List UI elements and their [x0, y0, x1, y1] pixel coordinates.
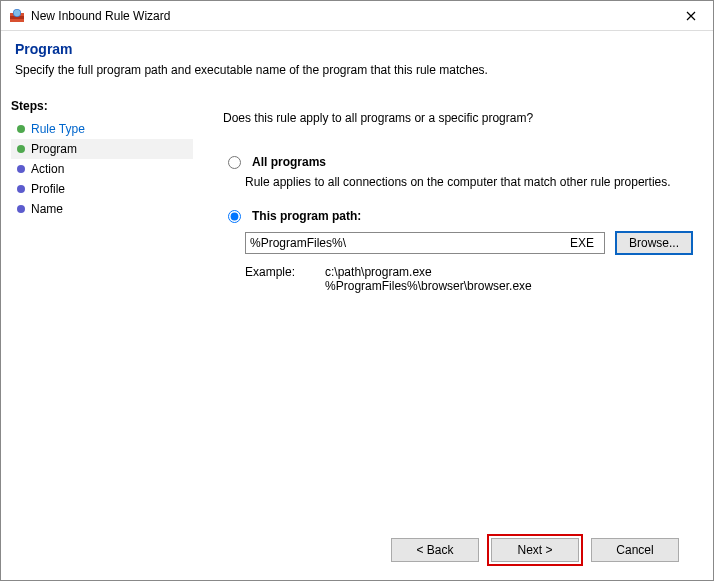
- steps-heading: Steps:: [11, 99, 193, 113]
- step-name[interactable]: Name: [11, 199, 193, 219]
- example-block: Example: c:\path\program.exe %ProgramFil…: [245, 265, 693, 293]
- next-highlight: Next >: [487, 534, 583, 566]
- step-rule-type[interactable]: Rule Type: [11, 119, 193, 139]
- bullet-icon: [17, 205, 25, 213]
- page-subtitle: Specify the full program path and execut…: [15, 63, 699, 77]
- option-this-program-path[interactable]: This program path:: [223, 209, 693, 223]
- program-path-row: EXE Browse...: [245, 231, 693, 255]
- example-label: Example:: [245, 265, 295, 293]
- program-path-input[interactable]: [246, 234, 566, 252]
- bullet-icon: [17, 125, 25, 133]
- close-button[interactable]: [669, 1, 713, 31]
- bullet-icon: [17, 165, 25, 173]
- main-panel: Does this rule apply to all programs or …: [193, 91, 713, 580]
- step-label[interactable]: Rule Type: [31, 122, 85, 136]
- svg-rect-2: [10, 19, 24, 22]
- program-path-input-wrap: EXE: [245, 232, 605, 254]
- example-paths: c:\path\program.exe %ProgramFiles%\brows…: [325, 265, 532, 293]
- radio-this-program-path[interactable]: [228, 210, 241, 223]
- browse-button[interactable]: Browse...: [615, 231, 693, 255]
- step-action[interactable]: Action: [11, 159, 193, 179]
- example-line1: c:\path\program.exe: [325, 265, 532, 279]
- program-path-ext: EXE: [566, 234, 604, 252]
- back-button[interactable]: < Back: [391, 538, 479, 562]
- bullet-icon: [17, 185, 25, 193]
- cancel-button[interactable]: Cancel: [591, 538, 679, 562]
- question-text: Does this rule apply to all programs or …: [223, 111, 693, 125]
- step-label: Action: [31, 162, 64, 176]
- window-title: New Inbound Rule Wizard: [31, 9, 669, 23]
- step-label: Profile: [31, 182, 65, 196]
- radio-all-programs[interactable]: [228, 156, 241, 169]
- next-button[interactable]: Next >: [491, 538, 579, 562]
- footer-buttons: < Back Next > Cancel: [223, 528, 693, 580]
- step-label: Program: [31, 142, 77, 156]
- firewall-icon: [9, 8, 25, 24]
- option-all-label: All programs: [252, 155, 326, 169]
- option-path-label: This program path:: [252, 209, 361, 223]
- steps-sidebar: Steps: Rule Type Program Action Profile …: [1, 91, 193, 580]
- option-all-programs[interactable]: All programs: [223, 155, 693, 169]
- step-label: Name: [31, 202, 63, 216]
- option-all-desc: Rule applies to all connections on the c…: [245, 175, 693, 189]
- svg-point-4: [14, 9, 20, 15]
- bullet-icon: [17, 145, 25, 153]
- step-program[interactable]: Program: [11, 139, 193, 159]
- example-line2: %ProgramFiles%\browser\browser.exe: [325, 279, 532, 293]
- step-profile[interactable]: Profile: [11, 179, 193, 199]
- wizard-window: New Inbound Rule Wizard Program Specify …: [0, 0, 714, 581]
- page-title: Program: [15, 41, 699, 57]
- header: Program Specify the full program path an…: [1, 31, 713, 91]
- body: Steps: Rule Type Program Action Profile …: [1, 91, 713, 580]
- titlebar: New Inbound Rule Wizard: [1, 1, 713, 31]
